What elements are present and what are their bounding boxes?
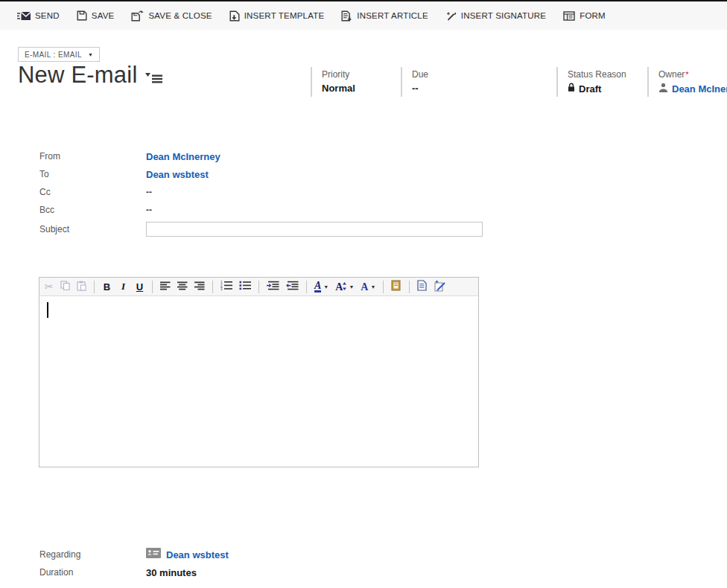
insert-signature-label: INSERT SIGNATURE — [461, 11, 546, 20]
insert-template-icon — [229, 10, 240, 22]
send-label: SEND — [35, 11, 60, 20]
align-right-button[interactable] — [194, 279, 206, 295]
document-icon — [417, 280, 427, 293]
font-name-button[interactable]: A▼ — [360, 279, 376, 295]
due-value[interactable]: -- — [412, 83, 550, 94]
numbered-list-button[interactable]: 123 — [220, 279, 233, 295]
footer-fields: Regarding Dean wsbtest Duration 30 minut… — [39, 546, 486, 581]
font-size-icon: A — [335, 282, 343, 292]
from-row: From Dean McInerney — [39, 147, 486, 165]
status-reason-field: Status Reason Draft — [556, 67, 640, 97]
insert-document-button[interactable] — [416, 279, 428, 295]
cut-icon: ✂ — [45, 281, 54, 292]
form-button[interactable]: FORM — [563, 11, 606, 21]
bcc-value[interactable]: -- — [146, 205, 152, 215]
priority-field: Priority Normal — [311, 67, 393, 97]
paste-button[interactable] — [76, 279, 87, 295]
new-email-form: SEND SAVE SAVE & CLOSE INSERT TEMPLATE I… — [0, 0, 727, 588]
bold-icon: B — [104, 281, 110, 293]
bcc-row: Bcc -- — [39, 201, 486, 219]
priority-value[interactable]: Normal — [322, 83, 393, 94]
form-selector-label: E-MAIL : EMAIL — [25, 51, 82, 59]
insert-template-button[interactable]: INSERT TEMPLATE — [229, 10, 325, 22]
align-right-icon — [194, 281, 205, 293]
save-button[interactable]: SAVE — [77, 10, 115, 21]
insert-template-label: INSERT TEMPLATE — [244, 11, 325, 20]
to-value-link[interactable]: Dean wsbtest — [146, 169, 209, 180]
form-selector-button[interactable]: E-MAIL : EMAIL ▼ — [18, 47, 100, 62]
kb-article-icon — [391, 280, 401, 293]
edit-draft-button[interactable] — [433, 279, 447, 295]
bullet-list-icon — [239, 281, 251, 293]
toolbar-separator — [383, 281, 384, 293]
underline-button[interactable]: U — [134, 279, 145, 295]
subject-row: Subject — [39, 219, 486, 240]
text-cursor — [47, 302, 48, 318]
command-bar: SEND SAVE SAVE & CLOSE INSERT TEMPLATE I… — [0, 0, 727, 30]
insert-article-button[interactable]: INSERT ARTICLE — [341, 10, 428, 22]
send-button[interactable]: SEND — [17, 11, 60, 21]
edit-page-icon — [434, 280, 446, 294]
indent-increase-icon — [267, 281, 279, 293]
lock-icon — [568, 83, 575, 95]
owner-label: Owner* — [658, 69, 727, 80]
align-left-button[interactable] — [159, 279, 171, 295]
toolbar-separator — [94, 281, 95, 293]
chevron-down-icon: ▼ — [370, 284, 375, 290]
insert-kb-article-button[interactable] — [390, 279, 402, 295]
email-fields: From Dean McInerney To Dean wsbtest Cc -… — [39, 147, 486, 240]
toolbar-separator — [212, 281, 213, 293]
due-field: Due -- — [401, 67, 550, 97]
regarding-value-link[interactable]: Dean wsbtest — [166, 549, 229, 560]
priority-label: Priority — [322, 69, 393, 80]
save-close-icon — [131, 10, 144, 22]
subject-label: Subject — [39, 224, 146, 234]
insert-signature-icon — [445, 10, 457, 22]
font-color-button[interactable]: A▼ — [314, 279, 329, 295]
save-and-close-button[interactable]: SAVE & CLOSE — [131, 10, 212, 22]
font-name-icon: A — [361, 282, 368, 292]
form-icon — [563, 11, 575, 21]
email-body-editor: ✂ B I U 123 A▼ A▼ A▼ — [39, 277, 479, 467]
insert-article-label: INSERT ARTICLE — [357, 11, 428, 20]
owner-value-link[interactable]: Dean McInerney — [672, 83, 727, 95]
duration-label: Duration — [39, 567, 146, 578]
editor-toolbar: ✂ B I U 123 A▼ A▼ A▼ — [39, 278, 478, 296]
bullet-list-button[interactable] — [238, 279, 252, 295]
due-label: Due — [412, 69, 550, 80]
send-icon — [17, 11, 31, 21]
align-center-button[interactable] — [177, 279, 188, 295]
bold-button[interactable]: B — [101, 279, 112, 295]
email-body-textarea[interactable] — [39, 296, 478, 466]
align-center-icon — [177, 281, 188, 293]
indent-increase-button[interactable] — [266, 279, 280, 295]
indent-decrease-icon — [286, 281, 299, 293]
subject-input[interactable] — [146, 222, 483, 237]
cc-label: Cc — [39, 187, 146, 197]
indent-decrease-button[interactable] — [285, 279, 299, 295]
contact-card-icon — [146, 548, 161, 561]
cut-button[interactable]: ✂ — [43, 279, 54, 295]
copy-button[interactable] — [60, 279, 71, 295]
italic-button[interactable]: I — [118, 279, 129, 295]
insert-signature-button[interactable]: INSERT SIGNATURE — [445, 10, 546, 22]
form-label: FORM — [580, 11, 606, 20]
chevron-down-icon: ▼ — [349, 284, 354, 290]
cc-value[interactable]: -- — [146, 187, 152, 197]
duration-row: Duration 30 minutes — [39, 563, 486, 581]
duration-value[interactable]: 30 minutes — [146, 567, 197, 578]
from-value-link[interactable]: Dean McInerney — [146, 151, 220, 162]
regarding-row: Regarding Dean wsbtest — [39, 546, 486, 563]
insert-article-icon — [341, 10, 352, 22]
bcc-label: Bcc — [39, 205, 146, 215]
header-fields: Priority Normal Due -- Status Reason Dra… — [0, 65, 727, 98]
save-label: SAVE — [92, 11, 115, 20]
to-row: To Dean wsbtest — [39, 165, 486, 183]
font-size-button[interactable]: A▼ — [334, 279, 355, 295]
from-label: From — [39, 151, 146, 162]
toolbar-separator — [258, 281, 259, 293]
required-asterisk: * — [685, 70, 688, 79]
paste-icon — [77, 281, 86, 293]
numbered-list-icon: 123 — [220, 281, 232, 293]
size-arrows-icon — [343, 281, 346, 293]
